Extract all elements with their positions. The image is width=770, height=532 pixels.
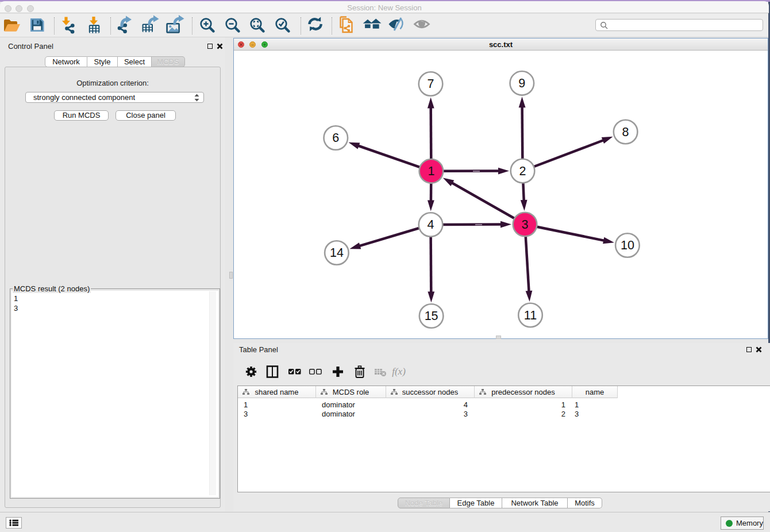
- svg-text:14: 14: [330, 246, 344, 260]
- svg-text:6: 6: [332, 131, 339, 145]
- svg-text:4: 4: [428, 218, 434, 232]
- svg-text:f(x): f(x): [392, 366, 406, 377]
- svg-text:2: 2: [519, 164, 526, 178]
- svg-text:9: 9: [518, 76, 525, 90]
- svg-text:3: 3: [522, 218, 529, 232]
- svg-text:10: 10: [621, 238, 634, 252]
- svg-text:15: 15: [425, 309, 438, 323]
- svg-text:11: 11: [524, 309, 537, 322]
- svg-text:8: 8: [622, 125, 629, 139]
- svg-text:7: 7: [428, 77, 434, 91]
- svg-text:1: 1: [428, 164, 434, 178]
